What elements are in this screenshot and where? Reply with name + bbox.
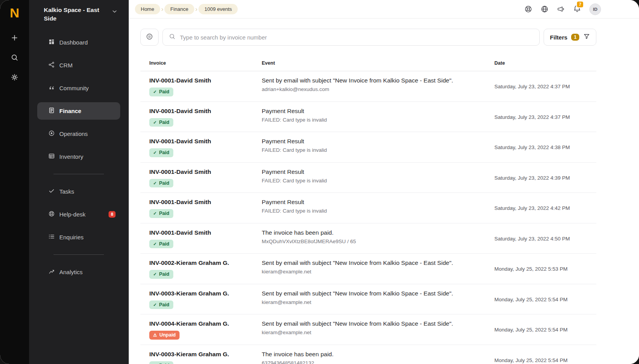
filter-funnel-icon bbox=[583, 33, 590, 41]
settings-button[interactable] bbox=[7, 70, 22, 85]
sidebar-nav: Dashboard CRM Community Finance Operatio… bbox=[29, 31, 129, 283]
workspace-switcher[interactable]: Kalkio Space - East Side bbox=[29, 6, 129, 31]
status-icon bbox=[153, 242, 157, 247]
status-label: Paid bbox=[159, 89, 169, 94]
app-rail: N bbox=[0, 0, 29, 364]
invoice-status-badge: Unpaid bbox=[149, 331, 180, 340]
gear-icon bbox=[10, 73, 19, 83]
event-title: Payment Result bbox=[262, 199, 494, 206]
table-row[interactable]: INV-0001-David Smith Paid Payment Result… bbox=[140, 193, 596, 223]
table-row[interactable]: INV-0001-David Smith Paid Sent by email … bbox=[140, 71, 596, 102]
globe-icon[interactable] bbox=[541, 5, 549, 13]
add-button[interactable] bbox=[7, 31, 22, 46]
global-search-button[interactable] bbox=[7, 51, 22, 65]
event-detail: kieram@example.net bbox=[262, 299, 494, 305]
status-label: Unpaid bbox=[159, 333, 176, 338]
event-detail: FAILED: Card type is invalid bbox=[262, 117, 494, 123]
status-icon bbox=[153, 150, 157, 155]
sidebar-item-inventory[interactable]: Inventory bbox=[37, 148, 120, 165]
sidebar-item-label: CRM bbox=[59, 62, 73, 69]
table-row[interactable]: INV-0001-David Smith Paid Payment Result… bbox=[140, 163, 596, 193]
sidebar-item-enquiries[interactable]: Enquiries bbox=[37, 228, 120, 246]
filters-count-badge: 1 bbox=[571, 34, 579, 41]
brand-logo[interactable]: N bbox=[10, 5, 19, 31]
list-icon bbox=[48, 233, 55, 241]
crm-icon bbox=[48, 61, 55, 69]
table-row[interactable]: INV-0004-Kieram Graham G. Unpaid Sent by… bbox=[140, 314, 596, 345]
status-icon bbox=[153, 211, 157, 216]
notifications-button[interactable]: 7 bbox=[573, 4, 581, 14]
sidebar-item-label: Dashboard bbox=[59, 39, 88, 46]
table-row[interactable]: INV-0003-Kieram Graham G. Paid Sent by e… bbox=[140, 284, 596, 315]
sidebar-item-help-desk[interactable]: Help-desk 8 bbox=[37, 206, 120, 223]
search-icon bbox=[10, 53, 19, 63]
invoice-status-badge: Paid bbox=[149, 209, 173, 218]
sidebar-item-finance[interactable]: Finance bbox=[37, 102, 120, 120]
invoice-status-badge: Paid bbox=[149, 361, 173, 364]
event-detail: FAILED: Card type is invalid bbox=[262, 208, 494, 214]
finance-icon bbox=[48, 107, 55, 115]
sidebar-item-operations[interactable]: Operations bbox=[37, 125, 120, 143]
event-title: Payment Result bbox=[262, 168, 494, 175]
search-icon bbox=[169, 33, 176, 41]
status-label: Paid bbox=[159, 150, 169, 155]
event-date: Saturday, July 23, 2022 4:38 PM bbox=[494, 144, 596, 150]
breadcrumb-home[interactable]: Home bbox=[135, 4, 160, 14]
invoice-name: INV-0001-David Smith bbox=[149, 138, 262, 145]
support-lifebuoy-icon[interactable] bbox=[524, 5, 532, 13]
helpdesk-count-badge: 8 bbox=[109, 211, 116, 218]
column-header-event: Event bbox=[262, 60, 494, 66]
event-date: Saturday, July 23, 2022 4:50 PM bbox=[494, 236, 596, 242]
breadcrumb-events[interactable]: 1009 events bbox=[199, 4, 238, 14]
event-detail: FAILED: Card type is invalid bbox=[262, 178, 494, 184]
event-date: Monday, July 25, 2022 5:54 PM bbox=[494, 327, 596, 333]
inventory-icon bbox=[48, 153, 55, 161]
invoice-status-badge: Paid bbox=[149, 240, 173, 249]
status-icon bbox=[153, 272, 157, 277]
search-input[interactable] bbox=[180, 34, 534, 41]
breadcrumb: Home › Finance › 1009 events bbox=[135, 4, 238, 14]
sidebar-item-label: Enquiries bbox=[59, 234, 84, 240]
event-date: Saturday, July 23, 2022 4:39 PM bbox=[494, 175, 596, 181]
table-row[interactable]: INV-0001-David Smith Paid Payment Result… bbox=[140, 132, 596, 163]
invoice-status-badge: Paid bbox=[149, 179, 173, 188]
view-options-button[interactable] bbox=[140, 29, 159, 46]
user-avatar[interactable]: ID bbox=[589, 3, 601, 15]
event-title: Sent by email with subject "New Invoice … bbox=[262, 320, 494, 327]
table-header: Invoice Event Date bbox=[140, 57, 596, 71]
filters-button[interactable]: Filters 1 bbox=[544, 29, 596, 46]
sidebar-item-crm[interactable]: CRM bbox=[37, 57, 120, 74]
sidebar-item-label: Analytics bbox=[59, 269, 83, 275]
sidebar-item-label: Help-desk bbox=[59, 211, 86, 218]
invoice-name: INV-0003-Kieram Graham G. bbox=[149, 290, 262, 297]
sidebar-item-tasks[interactable]: Tasks bbox=[37, 183, 120, 200]
table-row[interactable]: INV-0002-Kieram Graham G. Paid Sent by e… bbox=[140, 254, 596, 284]
table-row[interactable]: INV-0001-David Smith Paid Payment Result… bbox=[140, 102, 596, 132]
sidebar-divider bbox=[54, 174, 104, 174]
sidebar-item-analytics[interactable]: Analytics bbox=[37, 263, 120, 281]
check-icon bbox=[48, 187, 55, 196]
main-area: Home › Finance › 1009 events 7 ID bbox=[129, 0, 639, 364]
search-toolbar: Filters 1 bbox=[140, 29, 596, 46]
chevron-separator-icon: › bbox=[195, 6, 198, 12]
announcement-icon[interactable] bbox=[557, 5, 565, 13]
operations-icon bbox=[48, 130, 55, 138]
event-title: The invoice has been paid. bbox=[262, 229, 494, 236]
table-row[interactable]: INV-0003-Kieram Graham G. Paid The invoi… bbox=[140, 345, 596, 364]
column-header-invoice: Invoice bbox=[149, 60, 262, 66]
status-label: Paid bbox=[159, 120, 169, 125]
page-content: Filters 1 Invoice Event Date INV-0001-Da… bbox=[129, 19, 639, 364]
table-row[interactable]: INV-0001-David Smith Paid The invoice ha… bbox=[140, 223, 596, 254]
invoice-name: INV-0001-David Smith bbox=[149, 108, 262, 115]
invoice-status-badge: Paid bbox=[149, 148, 173, 157]
chevron-down-icon bbox=[111, 8, 118, 16]
quote-icon bbox=[48, 84, 55, 92]
plus-icon bbox=[10, 34, 19, 43]
event-date: Saturday, July 23, 2022 4:37 PM bbox=[494, 114, 596, 120]
event-title: Sent by email with subject "New Invoice … bbox=[262, 77, 494, 84]
breadcrumb-finance[interactable]: Finance bbox=[164, 4, 194, 14]
notifications-count-badge: 7 bbox=[576, 1, 584, 8]
sidebar-item-dashboard[interactable]: Dashboard bbox=[37, 34, 120, 51]
sidebar-item-community[interactable]: Community bbox=[37, 79, 120, 97]
invoice-status-badge: Paid bbox=[149, 300, 173, 309]
